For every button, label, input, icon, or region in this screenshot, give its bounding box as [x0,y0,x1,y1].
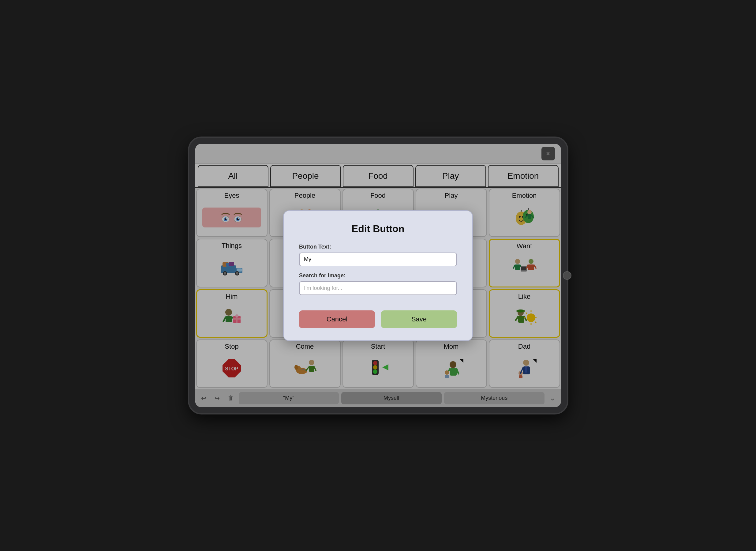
button-text-label: Button Text: [299,244,457,250]
modal-buttons: Cancel Save [299,311,457,328]
search-image-label: Search for Image: [299,272,457,279]
modal-title: Edit Button [299,223,457,234]
cancel-button[interactable]: Cancel [299,311,375,328]
search-image-input[interactable] [299,281,457,295]
button-text-input[interactable] [299,252,457,266]
tablet-screen: × All People Food Play Emotion Eyes [195,144,561,407]
home-button[interactable] [563,271,572,280]
edit-button-modal: Edit Button Button Text: Search for Imag… [283,210,473,341]
save-button[interactable]: Save [381,311,457,328]
modal-overlay: Edit Button Button Text: Search for Imag… [195,144,561,407]
tablet-frame: × All People Food Play Emotion Eyes [189,138,567,413]
